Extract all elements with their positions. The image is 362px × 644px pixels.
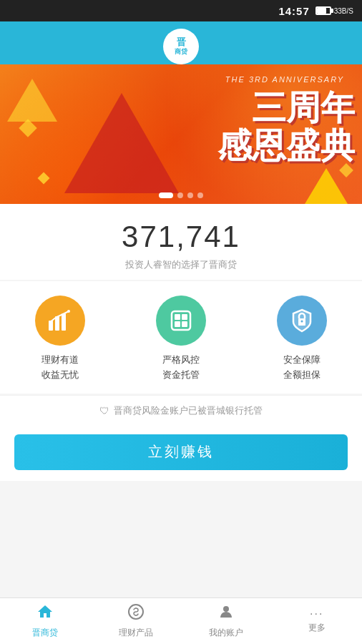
feature-icon-security	[277, 296, 327, 346]
network-speed: 33B/S	[334, 7, 353, 15]
feature-icon-risk	[156, 296, 206, 346]
stats-section: 371,741 投资人睿智的选择了晋商贷	[0, 204, 362, 280]
investor-count: 371,741	[0, 220, 362, 254]
dot-3[interactable]	[187, 192, 193, 198]
svg-rect-2	[62, 313, 66, 331]
triangle-decoration-left	[7, 79, 57, 122]
svg-rect-7	[175, 321, 180, 327]
svg-rect-4	[172, 311, 190, 330]
main-content: THE 3RD ANNIVERSARY 三周年 感恩盛典 371,741 投资人…	[0, 64, 362, 597]
investor-desc: 投资人睿智的选择了晋商贷	[0, 258, 362, 271]
status-icons: 33B/S	[315, 6, 353, 15]
svg-point-10	[300, 321, 303, 323]
cta-button[interactable]: 立刻赚钱	[14, 434, 348, 470]
feature-text-0: 理财有道 收益无忧	[41, 353, 79, 383]
dot-1[interactable]	[159, 192, 173, 198]
trust-notice: 🛡 晋商贷风险金账户已被晋城银行托管	[0, 395, 362, 426]
app-logo: 晋 商贷	[163, 29, 199, 64]
logo-subtext: 商贷	[175, 47, 187, 57]
trust-text: 晋商贷风险金账户已被晋城银行托管	[114, 404, 263, 417]
bottom-nav: 晋商贷 理财产品 我的账户 ··· 更多	[0, 597, 362, 644]
feature-item-0: 理财有道 收益无忧	[1, 296, 120, 383]
svg-rect-5	[175, 314, 180, 320]
home-icon	[36, 603, 54, 625]
banner-line2: 感恩盛典	[217, 127, 355, 165]
status-bar: 14:57 33B/S	[0, 0, 362, 21]
svg-point-3	[67, 310, 70, 313]
svg-rect-6	[182, 314, 187, 320]
cta-section: 立刻赚钱	[0, 426, 362, 481]
dot-2[interactable]	[177, 192, 183, 198]
dollar-icon	[127, 603, 145, 625]
banner-pagination	[159, 192, 203, 198]
dot-4[interactable]	[197, 192, 203, 198]
nav-label-more: 更多	[308, 622, 326, 634]
nav-item-more[interactable]: ··· 更多	[272, 598, 363, 644]
nav-label-products: 理财产品	[119, 627, 153, 639]
banner-main-text: 三周年 感恩盛典	[217, 89, 355, 165]
feature-text-2: 安全保障 全额担保	[283, 353, 321, 383]
banner-anniversary-label: THE 3RD ANNIVERSARY	[225, 75, 344, 84]
more-icon: ···	[310, 608, 323, 620]
battery-icon	[315, 6, 331, 15]
shield-icon: 🛡	[99, 405, 109, 416]
feature-text-1: 严格风控 资金托管	[162, 353, 200, 383]
status-time: 14:57	[278, 5, 309, 17]
nav-label-account: 我的账户	[209, 627, 243, 639]
logo-text: 晋	[177, 36, 186, 48]
app-header: 晋 商贷	[0, 21, 362, 64]
banner-line1: 三周年	[217, 89, 355, 127]
feature-item-2: 安全保障 全额担保	[242, 296, 361, 383]
nav-item-home[interactable]: 晋商贷	[0, 598, 91, 644]
feature-item-1: 严格风控 资金托管	[122, 296, 241, 383]
features-section: 理财有道 收益无忧 严格风控 资金托管	[0, 281, 362, 394]
nav-label-home: 晋商贷	[32, 627, 58, 639]
feature-icon-investment	[35, 296, 85, 346]
nav-item-products[interactable]: 理财产品	[91, 598, 182, 644]
triangle-decoration-main	[64, 93, 179, 193]
triangle-decoration-yellow	[305, 168, 348, 204]
svg-point-12	[223, 606, 229, 612]
svg-rect-8	[182, 321, 187, 327]
user-icon	[217, 603, 235, 625]
promotion-banner[interactable]: THE 3RD ANNIVERSARY 三周年 感恩盛典	[0, 64, 362, 204]
nav-item-account[interactable]: 我的账户	[181, 598, 272, 644]
